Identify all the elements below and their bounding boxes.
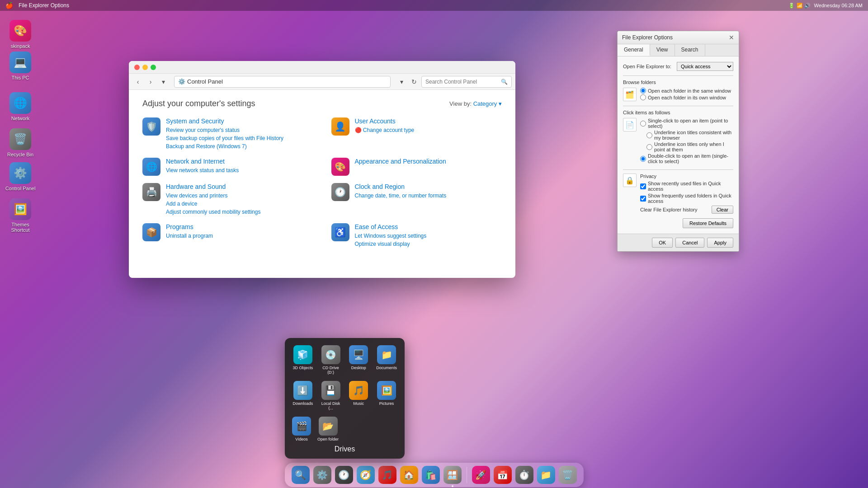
dock-launchpad[interactable]: 🚀 bbox=[471, 465, 491, 485]
desktop-icon-skinpack[interactable]: 🎨 skinpack bbox=[2, 18, 38, 51]
desktop-icon-recycle-bin[interactable]: 🗑️ Recycle Bin bbox=[2, 127, 38, 159]
popup-item-open-folder[interactable]: 📂 Open folder bbox=[316, 415, 340, 443]
desktop-icon-control-panel[interactable]: ⚙️ Control Panel bbox=[2, 160, 38, 193]
videos-icon: 🎬 bbox=[292, 417, 311, 436]
dock-time-machine[interactable]: ⏱️ bbox=[514, 465, 535, 485]
popup-item-3d-objects[interactable]: 🧊 3D Objects bbox=[290, 343, 316, 376]
popup-item-local-disk[interactable]: 💾 Local Disk (... bbox=[318, 379, 344, 412]
appearance-title[interactable]: Appearance and Personalization bbox=[355, 158, 446, 165]
feo-underline-hover-radio[interactable] bbox=[646, 144, 652, 150]
system-security-link1[interactable]: Review your computer's status bbox=[166, 126, 283, 134]
refresh-button[interactable]: ↻ bbox=[409, 76, 420, 87]
popup-grid-row3: 🎬 Videos 📂 Open folder bbox=[290, 415, 399, 443]
user-accounts-link1[interactable]: 🔴 Change account type bbox=[355, 126, 415, 134]
feo-dialog-buttons: OK Cancel Apply bbox=[618, 234, 739, 251]
dock-system-prefs[interactable]: ⚙️ bbox=[312, 465, 333, 485]
address-dropdown-button[interactable]: ▾ bbox=[396, 76, 407, 87]
feo-tab-view[interactable]: View bbox=[650, 44, 675, 56]
ease-title[interactable]: Ease of Access bbox=[355, 223, 427, 230]
desktop-icon-network[interactable]: 🌐 Network bbox=[2, 90, 38, 123]
dock-files[interactable]: 📁 bbox=[536, 465, 557, 485]
programs-title[interactable]: Programs bbox=[166, 223, 213, 230]
feo-underline-always-radio[interactable] bbox=[646, 132, 652, 138]
feo-tab-general[interactable]: General bbox=[618, 44, 650, 56]
feo-close-button[interactable]: ✕ bbox=[729, 34, 734, 41]
feo-browse-own-row: Open each folder in its own window bbox=[640, 94, 731, 100]
feo-restore-defaults-button[interactable]: Restore Defaults bbox=[683, 218, 733, 228]
feo-privacy-recent-label: Show recently used files in Quick access bbox=[648, 181, 733, 192]
search-bar[interactable]: 🔍 bbox=[421, 76, 512, 88]
apple-menu[interactable]: 🍎 bbox=[5, 2, 13, 9]
hardware-title[interactable]: Hardware and Sound bbox=[166, 183, 260, 190]
popup-item-documents[interactable]: 📁 Documents bbox=[374, 343, 399, 376]
desktop-icon-themes[interactable]: 🖼️ Themes Shortcut bbox=[2, 197, 38, 235]
clock: Wednesday 06:28 AM bbox=[814, 3, 863, 8]
dock-music[interactable]: 🎵 bbox=[377, 465, 398, 485]
feo-click-single-radio[interactable] bbox=[640, 121, 646, 127]
feo-browse-same-radio[interactable] bbox=[640, 88, 646, 94]
feo-cancel-button[interactable]: Cancel bbox=[675, 238, 704, 248]
open-folder-label: Open folder bbox=[317, 437, 339, 441]
system-security-link2[interactable]: Save backup copies of your files with Fi… bbox=[166, 134, 283, 142]
ease-link1[interactable]: Let Windows suggest settings bbox=[355, 232, 427, 240]
window-close-button[interactable] bbox=[134, 65, 140, 70]
feo-open-select[interactable]: Quick access This PC bbox=[677, 62, 733, 71]
dock-boot-camp[interactable]: 🪟 bbox=[442, 465, 463, 485]
clock-text: Clock and Region Change date, time, or n… bbox=[355, 183, 447, 200]
feo-tab-search[interactable]: Search bbox=[675, 44, 705, 56]
dock-finder[interactable]: 🔍 bbox=[290, 465, 311, 485]
feo-ok-button[interactable]: OK bbox=[652, 238, 673, 248]
desktop-icon-this-pc[interactable]: 💻 This PC bbox=[2, 50, 38, 82]
feo-title: File Explorer Options bbox=[622, 34, 673, 41]
window-minimize-button[interactable] bbox=[142, 65, 148, 70]
system-security-title[interactable]: System and Security bbox=[166, 117, 283, 125]
view-by-value[interactable]: Category ▾ bbox=[473, 100, 502, 107]
dock-clock[interactable]: 🕐 bbox=[334, 465, 354, 485]
feo-browse-title: Browse folders bbox=[623, 80, 733, 85]
pictures-icon: 🖼️ bbox=[377, 381, 396, 400]
address-bar[interactable]: ⚙️ Control Panel bbox=[174, 76, 391, 88]
dropdown-button[interactable]: ▾ bbox=[158, 76, 169, 87]
dock-calendar[interactable]: 📅 bbox=[492, 465, 513, 485]
feo-browse-own-radio[interactable] bbox=[640, 94, 646, 100]
desktop-label: Desktop bbox=[351, 366, 366, 370]
popup-item-videos[interactable]: 🎬 Videos bbox=[290, 415, 313, 443]
programs-link1[interactable]: Uninstall a program bbox=[166, 232, 213, 240]
search-input[interactable] bbox=[425, 79, 501, 85]
popup-item-desktop[interactable]: 🖥️ Desktop bbox=[346, 343, 372, 376]
feo-privacy-recent-row: Show recently used files in Quick access bbox=[640, 181, 733, 192]
forward-button[interactable]: › bbox=[145, 76, 156, 87]
network-internet-title[interactable]: Network and Internet bbox=[166, 158, 239, 165]
popup-item-cd-drive[interactable]: 💿 CD Drive (D:) bbox=[318, 343, 344, 376]
feo-privacy-frequent-checkbox[interactable] bbox=[640, 196, 646, 202]
feo-click-double-radio[interactable] bbox=[640, 156, 646, 162]
window-controls[interactable] bbox=[134, 65, 156, 70]
ease-text: Ease of Access Let Windows suggest setti… bbox=[355, 223, 427, 248]
hardware-link1[interactable]: View devices and printers bbox=[166, 192, 260, 200]
feo-privacy-recent-checkbox[interactable] bbox=[640, 183, 646, 189]
active-app-title: File Explorer Options bbox=[19, 2, 69, 9]
user-accounts-title[interactable]: User Accounts bbox=[355, 117, 415, 125]
dock-home[interactable]: 🏠 bbox=[399, 465, 420, 485]
search-icon: 🔍 bbox=[501, 79, 508, 85]
clock-link1[interactable]: Change date, time, or number formats bbox=[355, 192, 447, 200]
ease-link2[interactable]: Optimize visual display bbox=[355, 240, 427, 248]
hardware-link2[interactable]: Add a device bbox=[166, 200, 260, 208]
popup-item-pictures[interactable]: 🖼️ Pictures bbox=[374, 379, 399, 412]
feo-click-single-label: Single-click to open an item (point to s… bbox=[648, 118, 733, 129]
safari-icon: 🧭 bbox=[357, 466, 375, 484]
feo-clear-button[interactable]: Clear bbox=[712, 206, 733, 214]
system-security-link3[interactable]: Backup and Restore (Windows 7) bbox=[166, 142, 283, 150]
popup-item-downloads[interactable]: ⬇️ Downloads bbox=[290, 379, 316, 412]
feo-apply-button[interactable]: Apply bbox=[707, 238, 733, 248]
dock-safari[interactable]: 🧭 bbox=[355, 465, 376, 485]
dock-trash[interactable]: 🗑️ bbox=[557, 465, 578, 485]
window-maximize-button[interactable] bbox=[151, 65, 156, 70]
back-button[interactable]: ‹ bbox=[132, 76, 143, 87]
popup-item-music[interactable]: 🎵 Music bbox=[346, 379, 372, 412]
clock-title[interactable]: Clock and Region bbox=[355, 183, 447, 190]
trash-icon: 🗑️ bbox=[559, 466, 577, 484]
network-internet-link1[interactable]: View network status and tasks bbox=[166, 166, 239, 174]
dock-app-store[interactable]: 🛍️ bbox=[420, 465, 441, 485]
hardware-link3[interactable]: Adjust commonly used mobility settings bbox=[166, 208, 260, 216]
